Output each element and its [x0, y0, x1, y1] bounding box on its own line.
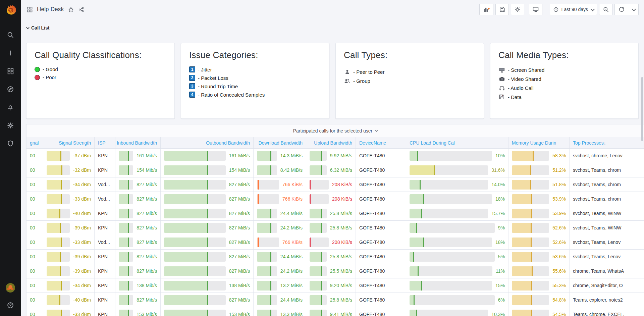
- cell-value: 6.32 MiB/s: [330, 167, 352, 173]
- gauge-bar: 51.2%: [512, 165, 566, 175]
- legend-item: - Group: [344, 77, 476, 84]
- cell-value: 161 Mib/s: [137, 153, 157, 158]
- top-navbar: Help Desk: [21, 0, 644, 19]
- column-header-processes[interactable]: Top Processes ↓: [570, 137, 644, 148]
- cell-value: KPN: [98, 153, 108, 158]
- column-header-memory[interactable]: Memory Usage Durin: [508, 137, 570, 148]
- cell-signal: 00: [26, 264, 43, 278]
- row-title: Call List: [31, 25, 49, 31]
- gauge-fill: [119, 266, 129, 276]
- cell-processes: svchost, chrome, Lenov: [570, 149, 644, 163]
- gauge-track: [119, 151, 133, 161]
- dashboards-icon[interactable]: [6, 67, 14, 75]
- server-admin-shield-icon[interactable]: [6, 140, 14, 148]
- gauge-fill: [410, 266, 419, 276]
- cell-value: 9.41 MiB/s: [330, 312, 352, 316]
- column-header-upload[interactable]: Upload Bandwidth: [306, 137, 356, 148]
- configuration-gear-icon[interactable]: [6, 121, 14, 129]
- tv-mode-button[interactable]: [529, 4, 542, 15]
- cell-value: 00: [30, 254, 35, 259]
- favorite-star-icon[interactable]: [68, 6, 74, 13]
- cell-signal_strength: -34 dBm: [43, 177, 95, 192]
- dashboard-grid-icon[interactable]: [26, 6, 33, 13]
- gauge-fill: [410, 281, 422, 291]
- column-header-isp[interactable]: ISP: [95, 137, 115, 148]
- cell-upload: 208 KiB/s: [306, 235, 356, 249]
- cell-download: 13.3 MiB/s: [254, 307, 306, 316]
- refresh-interval-dropdown[interactable]: [628, 4, 639, 15]
- gauge-track: [119, 295, 133, 305]
- table-title-dropdown[interactable]: Participated calls for the selected user: [26, 124, 644, 137]
- cell-value: 10.3%: [491, 312, 505, 316]
- column-header-download[interactable]: Download Bandwidth: [254, 137, 306, 148]
- cell-cpu: 18%: [406, 192, 508, 206]
- scrollbar-thumb[interactable]: [641, 77, 643, 141]
- gauge-fill: [310, 180, 311, 190]
- breadcrumb: Help Desk: [26, 6, 85, 13]
- grafana-logo[interactable]: [0, 0, 21, 19]
- cell-memory: 51.8%: [508, 177, 570, 192]
- alerting-bell-icon[interactable]: [6, 103, 14, 111]
- row-call-list-toggle[interactable]: Call List: [26, 22, 639, 34]
- column-header-inbound[interactable]: Inbound Bandwidth: [115, 137, 161, 148]
- cell-device: GOFE-T480: [356, 221, 406, 235]
- cell-download: 24.4 MiB/s: [254, 250, 306, 264]
- create-plus-icon[interactable]: [6, 49, 14, 57]
- issue-number-badge: 3: [189, 83, 195, 89]
- column-header-outbound[interactable]: Outbound Bandwidth: [161, 137, 254, 148]
- gauge-track: [410, 194, 492, 204]
- gauge-track: [512, 180, 549, 190]
- gauge-track: [164, 310, 226, 316]
- gauge-track: [164, 281, 226, 291]
- column-header-signal[interactable]: gnal: [26, 137, 43, 148]
- gauge-track: [257, 223, 277, 233]
- cell-value: 14.3 MiB/s: [280, 153, 303, 158]
- gauge-bar: 154 MiB/s: [164, 165, 250, 175]
- cell-value: 14.0%: [491, 182, 505, 187]
- table-row: 00-33 dBmKPN153 Mib/s153 MiB/s13.3 MiB/s…: [26, 307, 644, 316]
- cell-isp: Vod...: [95, 192, 115, 206]
- cell-isp: KPN: [95, 221, 115, 235]
- cell-value: svchost, Teams, chrom: [573, 196, 621, 202]
- dashboard-settings-button[interactable]: [511, 4, 524, 15]
- legend-item: - Video Shared: [498, 75, 630, 82]
- gauge-fill: [47, 151, 61, 161]
- column-header-signal_strength[interactable]: Signal Strength: [43, 137, 95, 148]
- user-avatar[interactable]: [6, 283, 15, 293]
- gauge-fill: [410, 310, 417, 316]
- gauge-track: [512, 252, 549, 262]
- zoom-out-button[interactable]: [599, 4, 612, 15]
- column-header-device[interactable]: DeviceName: [356, 137, 406, 148]
- gauge-track: [410, 180, 488, 190]
- gauge-fill: [119, 252, 129, 262]
- cell-value: 31.6%: [491, 167, 505, 173]
- gauge-fill: [310, 151, 322, 161]
- gauge-fill: [257, 180, 259, 190]
- column-header-cpu[interactable]: CPU Load During Cal: [406, 137, 508, 148]
- cell-value: 53.9%: [552, 196, 566, 202]
- cell-value: 25.8 MiB/s: [330, 211, 352, 216]
- gauge-bar: 11%: [410, 266, 505, 276]
- share-icon[interactable]: [78, 6, 85, 13]
- cell-value: 15%: [495, 283, 505, 288]
- cell-signal_strength: -39 dBm: [43, 221, 95, 235]
- refresh-button[interactable]: [614, 4, 628, 15]
- gauge-fill: [410, 238, 424, 247]
- gauge-track: [164, 266, 226, 276]
- gauge-bar: 153 MiB/s: [164, 310, 250, 316]
- gauge-bar: -39 dBm: [47, 266, 91, 276]
- add-panel-button[interactable]: [479, 4, 493, 15]
- search-icon[interactable]: [6, 31, 14, 39]
- gauge-track: [164, 209, 226, 218]
- help-icon[interactable]: [6, 301, 14, 309]
- time-range-picker[interactable]: Last 90 days: [550, 4, 597, 15]
- table-row: 00-39 dBmKPN827 Mib/s827 MiB/s24.2 MiB/s…: [26, 221, 644, 235]
- gauge-track: [410, 165, 488, 175]
- gauge-fill: [310, 266, 322, 276]
- save-dashboard-button[interactable]: [495, 4, 509, 15]
- gauge-bar: -39 dBm: [47, 252, 91, 262]
- explore-compass-icon[interactable]: [6, 85, 14, 93]
- cell-inbound: 827 Mib/s: [115, 264, 161, 278]
- cell-signal: 00: [26, 307, 43, 316]
- cell-value: 827 Mib/s: [137, 225, 157, 230]
